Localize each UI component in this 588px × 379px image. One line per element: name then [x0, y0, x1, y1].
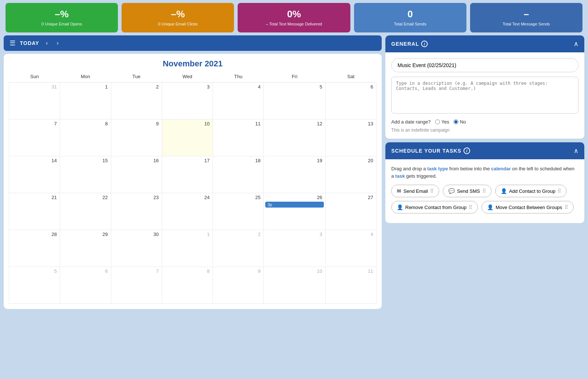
calendar-cell[interactable]: 2: [213, 230, 264, 267]
calendar-cell[interactable]: 27: [325, 193, 376, 230]
calendar-cell[interactable]: 24: [162, 193, 213, 230]
stat-text-delivered: 0% – Total Text Message Delivered: [238, 3, 350, 32]
calendar-cell[interactable]: 9: [111, 119, 162, 156]
schedule-info-icon[interactable]: i: [463, 147, 470, 154]
calendar-cell[interactable]: 12: [264, 119, 325, 156]
calendar-cell[interactable]: 25: [213, 193, 264, 230]
send-email-button[interactable]: ✉ Send Email ⠿: [391, 185, 439, 197]
general-info-icon[interactable]: i: [421, 41, 428, 47]
send-sms-drag-handle: ⠿: [482, 188, 486, 194]
calendar-cell[interactable]: 3: [264, 230, 325, 267]
calendar-day-number: 28: [11, 232, 58, 237]
calendar-day-number: 10: [164, 121, 211, 126]
calendar-cell[interactable]: 31: [9, 83, 60, 119]
menu-icon[interactable]: ☰: [10, 39, 15, 47]
send-email-label: Send Email: [403, 188, 428, 194]
prev-month-button[interactable]: ‹: [43, 39, 50, 47]
schedule-collapse-button[interactable]: ∧: [574, 147, 578, 155]
calendar-cell[interactable]: 9: [213, 267, 264, 304]
move-contact-icon: 👤: [487, 204, 493, 210]
date-range-yes-label[interactable]: Yes: [435, 119, 449, 125]
calendar-event[interactable]: 3p: [265, 202, 323, 208]
campaign-description-textarea[interactable]: [391, 77, 578, 114]
day-header-thu: Thu: [213, 72, 264, 83]
calendar-cell[interactable]: 5: [9, 267, 60, 304]
calendar-day-number: 24: [164, 195, 211, 200]
next-month-button[interactable]: ›: [55, 39, 61, 47]
calendar-cell[interactable]: 16: [111, 156, 162, 193]
remove-contact-from-group-button[interactable]: 👤 Remove Contact from Group ⠿: [391, 201, 478, 213]
calendar-cell[interactable]: 20: [325, 156, 376, 193]
calendar-cell[interactable]: 11: [325, 267, 376, 304]
calendar-cell[interactable]: 5: [264, 83, 325, 119]
date-range-no-label[interactable]: No: [454, 119, 466, 125]
date-range-no-radio[interactable]: [454, 119, 458, 124]
stats-bar: –% 0 Unique Email Opens –% 0 Unique Emai…: [0, 0, 588, 35]
send-email-drag-handle: ⠿: [430, 188, 434, 194]
date-range-no-text: No: [460, 119, 466, 125]
stat-value-email-sends: 0: [407, 8, 413, 20]
calendar-cell[interactable]: 4: [325, 230, 376, 267]
campaign-name-input[interactable]: [391, 58, 578, 72]
calendar-day-number: 27: [327, 195, 375, 200]
send-sms-button[interactable]: 💬 Send SMS ⠿: [443, 185, 491, 197]
stat-value-email-clicks: –%: [171, 8, 185, 20]
calendar-cell[interactable]: 18: [213, 156, 264, 193]
add-contact-to-group-button[interactable]: 👤 Add Contact to Group ⠿: [495, 185, 567, 197]
calendar-cell[interactable]: 19: [264, 156, 325, 193]
stat-label-email-sends: Total Email Sends: [394, 21, 426, 27]
calendar-day-number: 6: [62, 268, 109, 274]
calendar-cell[interactable]: 4: [213, 83, 264, 119]
calendar-cell[interactable]: 10: [162, 119, 213, 156]
calendar-cell[interactable]: 28: [9, 230, 60, 267]
stat-unique-email-opens: –% 0 Unique Email Opens: [6, 3, 118, 32]
calendar-cell[interactable]: 21: [9, 193, 60, 230]
calendar-cell[interactable]: 13: [325, 119, 376, 156]
calendar-cell[interactable]: 8: [60, 119, 111, 156]
calendar-cell[interactable]: 1: [60, 83, 111, 119]
calendar-cell[interactable]: 29: [60, 230, 111, 267]
stat-label-email-opens: 0 Unique Email Opens: [42, 21, 82, 27]
calendar-cell[interactable]: 14: [9, 156, 60, 193]
calendar-cell[interactable]: 7: [111, 267, 162, 304]
stat-value-text-delivered: 0%: [287, 8, 301, 20]
calendar-cell[interactable]: 17: [162, 156, 213, 193]
schedule-header-left: SCHEDULE YOUR TASKS i: [391, 147, 470, 154]
calendar-cell[interactable]: 15: [60, 156, 111, 193]
calendar-cell[interactable]: 1: [162, 230, 213, 267]
date-range-yes-radio[interactable]: [435, 119, 440, 124]
calendar-cell[interactable]: 3: [162, 83, 213, 119]
calendar-container: November 2021 Sun Mon Tue Wed Thu Fri Sa…: [4, 54, 382, 309]
calendar-week-2: 14151617181920: [9, 156, 377, 193]
general-collapse-button[interactable]: ∧: [574, 40, 578, 48]
day-header-fri: Fri: [264, 72, 325, 83]
remove-contact-from-group-label: Remove Contact from Group: [405, 205, 466, 210]
calendar-day-number: 31: [11, 84, 58, 90]
calendar-day-number: 22: [62, 195, 109, 200]
calendar-cell[interactable]: 6: [325, 83, 376, 119]
today-label[interactable]: TODAY: [20, 40, 39, 46]
move-contact-between-groups-button[interactable]: 👤 Move Contact Between Groups ⠿: [482, 201, 574, 213]
add-contact-drag-handle: ⠿: [557, 188, 561, 194]
calendar-day-number: 3: [265, 232, 323, 237]
calendar-cell[interactable]: 7: [9, 119, 60, 156]
calendar-cell[interactable]: 8: [162, 267, 213, 304]
calendar-day-number: 11: [214, 121, 262, 126]
calendar-cell[interactable]: 23: [111, 193, 162, 230]
calendar-cell[interactable]: 2: [111, 83, 162, 119]
schedule-panel-body: Drag and drop a task type from below int…: [385, 159, 584, 223]
calendar-day-number: 14: [11, 158, 58, 163]
calendar-day-number: 7: [113, 268, 160, 274]
remove-contact-icon: 👤: [397, 204, 403, 210]
calendar-cell[interactable]: 10: [264, 267, 325, 304]
calendar-cell[interactable]: 22: [60, 193, 111, 230]
calendar-cell[interactable]: 263p: [264, 193, 325, 230]
calendar-day-number: 2: [113, 84, 160, 90]
task-buttons-row-2: 👤 Remove Contact from Group ⠿ 👤 Move Con…: [391, 201, 578, 213]
calendar-highlight: calendar: [491, 166, 511, 171]
calendar-cell[interactable]: 11: [213, 119, 264, 156]
calendar-cell[interactable]: 30: [111, 230, 162, 267]
general-panel-header: GENERAL i ∧: [385, 35, 584, 52]
calendar-cell[interactable]: 6: [60, 267, 111, 304]
calendar-day-number: 12: [265, 121, 323, 126]
